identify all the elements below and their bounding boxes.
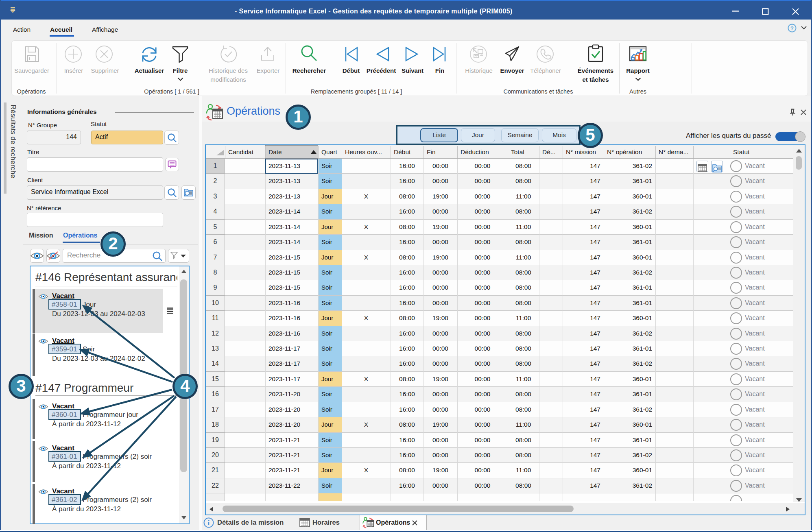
svg-text:?: ? bbox=[790, 25, 794, 31]
